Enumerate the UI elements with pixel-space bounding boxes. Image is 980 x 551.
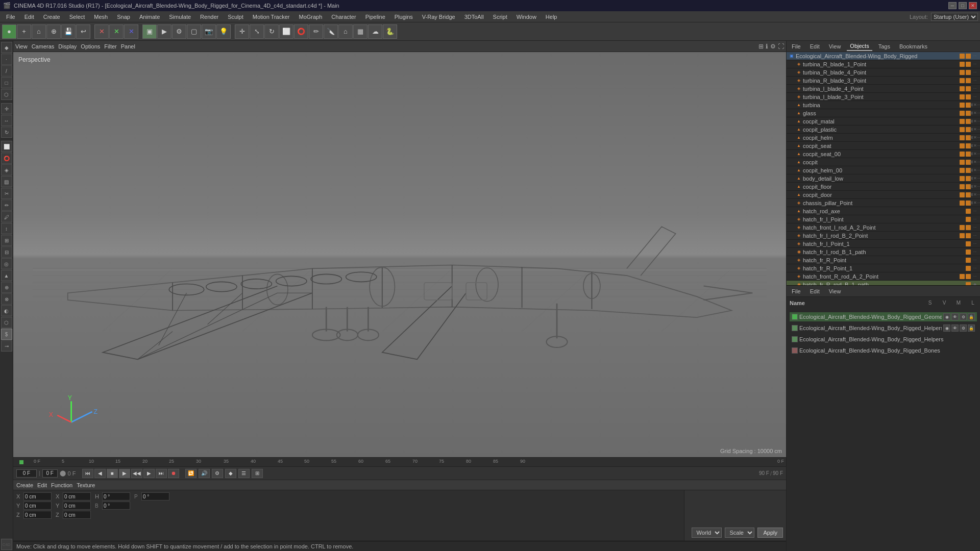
list-item[interactable]: ▲ turbina ⊞✕··· (787, 101, 980, 109)
am-view-tab[interactable]: View (826, 287, 844, 295)
p-input[interactable] (141, 492, 169, 500)
om-bookmarks-tab[interactable]: Bookmarks (896, 42, 930, 51)
toolbar-save[interactable]: 💾 (61, 24, 76, 39)
vis[interactable]: ⊞✕··· (972, 184, 978, 190)
maximize-button[interactable]: □ (959, 2, 967, 9)
viewport-settings-icon[interactable]: ⚙ (770, 43, 776, 50)
om-objects-tab[interactable]: Objects (847, 42, 872, 51)
vis[interactable]: ··· (972, 233, 978, 239)
layout-select[interactable]: Startup (User) (931, 13, 978, 21)
toolbar-open[interactable]: ⌂ (32, 24, 46, 39)
vp-display-menu[interactable]: Display (58, 43, 77, 49)
toolbar-object-mode[interactable]: ● (2, 24, 16, 39)
prop-s-btn2[interactable]: ◉ (943, 324, 950, 332)
toolbar-rotate[interactable]: ↻ (264, 24, 279, 39)
sidebar-tool4-icon[interactable]: ▨ (1, 176, 12, 187)
list-item[interactable]: ◈ turbina_l_blade_4_Point ··· (787, 85, 980, 93)
vp-panel-menu[interactable]: Panel (121, 43, 135, 49)
toolbar-new[interactable]: + (17, 24, 31, 39)
menu-script[interactable]: Script (489, 13, 511, 21)
vp-view-menu[interactable]: View (15, 43, 28, 49)
prop-v-btn2[interactable]: 👁 (951, 324, 959, 332)
toolbar-y-axis[interactable]: ✕ (109, 24, 124, 39)
om-edit-tab[interactable]: Edit (807, 42, 823, 51)
y-size-input[interactable] (23, 502, 52, 510)
sidebar-tool13-icon[interactable]: ⊕ (1, 282, 12, 293)
minimize-button[interactable]: ─ (948, 2, 957, 9)
toolbar-deformer[interactable]: ⌂ (338, 24, 353, 39)
obj-root-vis[interactable]: ··· (972, 53, 978, 59)
transport-stop[interactable]: ■ (107, 469, 118, 478)
x-position-input[interactable] (23, 492, 52, 500)
property-bones[interactable]: Ecological_Aircraft_Blended-Wing_Body_Ri… (790, 346, 977, 355)
prop-v-btn[interactable]: 👁 (951, 313, 959, 320)
sidebar-rotate-icon[interactable]: ↻ (1, 127, 12, 138)
menu-vray[interactable]: V-Ray Bridge (418, 13, 459, 21)
sidebar-tool8-icon[interactable]: ↕ (1, 223, 12, 234)
toolbar-x-axis[interactable]: ✕ (94, 24, 109, 39)
toolbar-add-camera[interactable]: 📷 (202, 24, 216, 39)
titlebar-controls[interactable]: ─ □ ✕ (948, 2, 977, 9)
vis[interactable]: ⊞✕··· (972, 167, 978, 173)
vis[interactable]: ◆ (972, 282, 978, 286)
list-item[interactable]: ◈ turbina_R_blade_1_Point ··· (787, 60, 980, 68)
vis[interactable]: ··· (972, 69, 978, 76)
menu-mograph[interactable]: MoGraph (295, 13, 326, 21)
menu-plugins[interactable]: Plugins (390, 13, 417, 21)
toolbar-render-settings[interactable]: ⚙ (172, 24, 186, 39)
viewport-maximize-icon[interactable]: ⊞ (758, 43, 764, 50)
prop-s-btn[interactable]: ◉ (943, 313, 950, 320)
vp-options-menu[interactable]: Options (81, 43, 100, 49)
list-item[interactable]: ◈ hatch_fr_R_Point_1 ··· (787, 264, 980, 272)
list-item[interactable]: ▲ cocpit_plastic ⊞✕··· (787, 126, 980, 134)
bottom-texture[interactable]: Texture (77, 482, 95, 488)
toolbar-floor[interactable]: ▦ (353, 24, 368, 39)
transport-prev-frame[interactable]: ◀ (94, 469, 106, 478)
vis[interactable]: ··· (972, 78, 978, 84)
sidebar-tool2-icon[interactable]: ⭕ (1, 153, 12, 164)
vis[interactable]: ··· (972, 273, 978, 280)
vis[interactable]: ··· (972, 241, 978, 247)
sidebar-tool16-icon[interactable]: ⬡ (1, 317, 12, 328)
toolbar-add-light[interactable]: 💡 (216, 24, 231, 39)
menu-character[interactable]: Character (327, 13, 360, 21)
vis[interactable]: ⊞✕··· (972, 102, 978, 108)
toolbar-z-axis[interactable]: ✕ (124, 24, 138, 39)
bottom-create[interactable]: Create (16, 482, 33, 488)
toolbar-selection[interactable]: ⬜ (279, 24, 293, 39)
transport-motion[interactable]: ⚙ (212, 469, 223, 478)
vis[interactable]: ··· (972, 94, 978, 100)
sidebar-tool15-icon[interactable]: ◐ (1, 305, 12, 316)
list-item[interactable]: ▲ glass ⊞✕··· (787, 109, 980, 117)
z-sub-input[interactable] (63, 511, 91, 519)
toolbar-live-sel[interactable]: ⭕ (294, 24, 308, 39)
sidebar-polygon-mode-icon[interactable]: □ (1, 77, 12, 88)
property-helpers-freeze[interactable]: Ecological_Aircraft_Blended-Wing_Body_Ri… (790, 323, 977, 333)
am-edit-tab[interactable]: Edit (807, 287, 823, 295)
toolbar-merge[interactable]: ⊕ (46, 24, 61, 39)
vis[interactable]: ⊞✕··· (972, 143, 978, 149)
transport-play-reverse[interactable]: ◀◀ (131, 469, 142, 478)
sidebar-tool10-icon[interactable]: ⊟ (1, 246, 12, 258)
vis[interactable]: ⊞✕··· (972, 135, 978, 141)
list-item[interactable]: ▲ cocpit_seat ⊞✕··· (787, 142, 980, 150)
list-item[interactable]: ▲ cocpit_helm ⊞✕··· (787, 134, 980, 142)
list-item[interactable]: ▲ cocpit_helm_00 ⊞✕··· (787, 166, 980, 174)
transport-record[interactable]: ⏺ (168, 469, 179, 478)
vis[interactable]: ⊞✕··· (972, 127, 978, 133)
toolbar-sky[interactable]: ☁ (368, 24, 382, 39)
list-item[interactable]: ▲ cocpit_floor ⊞✕··· (787, 183, 980, 191)
vis[interactable]: ··· (972, 257, 978, 263)
sidebar-tool1-icon[interactable]: ⬜ (1, 141, 12, 152)
om-view-tab[interactable]: View (826, 42, 844, 51)
transport-play[interactable]: ▶ (119, 469, 130, 478)
toolbar-python[interactable]: 🐍 (383, 24, 397, 39)
vis[interactable]: ⊞✕··· (972, 200, 978, 206)
viewport[interactable]: Perspective (13, 52, 786, 457)
z-input[interactable] (23, 511, 52, 519)
z-position-input[interactable] (63, 502, 91, 510)
list-item[interactable]: ◈ chassis_pillar_Point ⊞✕··· (787, 199, 980, 207)
vis[interactable]: ⊞✕··· (972, 118, 978, 124)
list-item[interactable]: ◈ hatch_front_l_rod_A_2_Point ··· (787, 223, 980, 232)
sidebar-point-mode-icon[interactable]: · (1, 54, 12, 65)
